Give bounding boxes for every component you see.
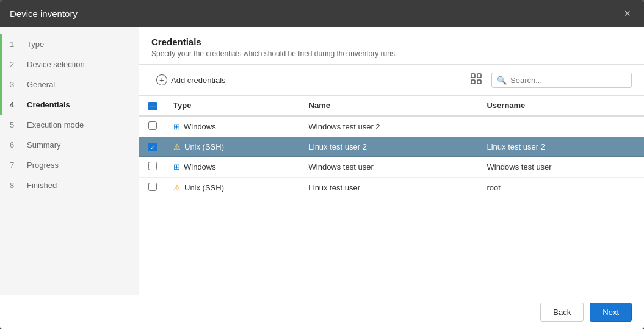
step-number: 6 — [10, 140, 21, 150]
svg-rect-0 — [471, 74, 475, 78]
os-icon: ⊞ Windows — [173, 162, 216, 172]
step-number: 8 — [10, 181, 21, 190]
windows-icon: ⊞ — [173, 122, 180, 131]
os-icon: ⚠ Unix (SSH) — [173, 142, 224, 151]
sidebar-item-label: Device selection — [27, 60, 85, 69]
name-cell: Linux test user — [302, 178, 480, 198]
step-number: 7 — [10, 161, 21, 170]
row-checkbox[interactable]: ✓ — [148, 143, 157, 151]
name-cell: Windows test user 2 — [302, 116, 480, 137]
search-box: 🔍 — [491, 73, 632, 88]
modal-footer: Back Next — [0, 295, 644, 329]
type-cell: ⚠ Unix (SSH) — [166, 178, 302, 198]
device-inventory-modal: Device inventory × 1Type2Device selectio… — [0, 0, 644, 329]
plus-icon: + — [156, 74, 167, 85]
header-type: Type — [166, 96, 302, 116]
step-number: 4 — [10, 100, 21, 109]
modal-title: Device inventory — [10, 9, 78, 19]
toolbar: + Add credentials 🔍 — [139, 65, 644, 96]
row-checkbox[interactable] — [148, 162, 157, 170]
next-button[interactable]: Next — [590, 303, 632, 322]
add-credentials-button[interactable]: + Add credentials — [151, 72, 231, 88]
grid-view-icon[interactable] — [468, 71, 484, 89]
svg-rect-3 — [477, 80, 481, 84]
header-checkbox[interactable]: — — [148, 102, 157, 110]
step-number: 3 — [10, 80, 21, 89]
sidebar-item-type[interactable]: 1Type — [0, 34, 139, 54]
checkbox-cell — [139, 157, 166, 178]
sidebar-item-device-selection[interactable]: 2Device selection — [0, 54, 139, 74]
os-icon: ⊞ Windows — [173, 122, 216, 131]
header-username: Username — [479, 96, 644, 116]
back-button[interactable]: Back — [540, 303, 584, 322]
type-cell: ⊞ Windows — [166, 116, 302, 137]
table-header-row: — Type Name Username — [139, 96, 644, 116]
sidebar-item-label: Execution mode — [27, 120, 84, 129]
username-cell: Windows test user — [479, 157, 644, 178]
sidebar-item-label: Finished — [27, 181, 57, 190]
content-title: Credentials — [151, 37, 632, 47]
unix-icon: ⚠ — [173, 183, 181, 192]
step-number: 2 — [10, 60, 21, 69]
windows-icon: ⊞ — [173, 162, 180, 172]
sidebar-item-progress[interactable]: 7Progress — [0, 155, 139, 175]
content-header: Credentials Specify your the credentials… — [139, 27, 644, 65]
username-cell: Linux test user 2 — [479, 137, 644, 157]
header-checkbox-col: — — [139, 96, 166, 116]
checkbox-cell: ✓ — [139, 137, 166, 157]
sidebar-item-label: General — [27, 80, 55, 89]
search-icon: 🔍 — [497, 76, 507, 85]
modal-header: Device inventory × — [0, 0, 644, 27]
content-area: Credentials Specify your the credentials… — [139, 27, 644, 295]
step-number: 1 — [10, 40, 21, 49]
header-name: Name — [302, 96, 480, 116]
sidebar-item-label: Type — [27, 40, 44, 49]
table-row[interactable]: ✓ ⚠ Unix (SSH) Linux test user 2 Linux t… — [139, 137, 644, 157]
sidebar-item-finished[interactable]: 8Finished — [0, 175, 139, 195]
add-credentials-label: Add credentials — [171, 76, 226, 85]
unix-icon: ⚠ — [173, 142, 181, 151]
os-icon: ⚠ Unix (SSH) — [173, 183, 224, 192]
sidebar-item-label: Progress — [27, 161, 59, 170]
sidebar-item-label: Summary — [27, 140, 61, 150]
step-number: 5 — [10, 120, 21, 129]
svg-rect-1 — [477, 74, 481, 78]
username-cell: root — [479, 178, 644, 198]
sidebar-item-summary[interactable]: 6Summary — [0, 135, 139, 155]
table-body: ⊞ Windows Windows test user 2 ✓ ⚠ Unix (… — [139, 116, 644, 198]
credentials-table: — Type Name Username ⊞ Windows Windows t… — [139, 96, 644, 198]
sidebar-item-label: Credentials — [27, 100, 70, 109]
type-cell: ⊞ Windows — [166, 157, 302, 178]
type-cell: ⚠ Unix (SSH) — [166, 137, 302, 157]
table-row[interactable]: ⊞ Windows Windows test user 2 — [139, 116, 644, 137]
modal-body: 1Type2Device selection3General4Credentia… — [0, 27, 644, 295]
checkbox-cell — [139, 116, 166, 137]
row-checkbox[interactable] — [148, 183, 157, 191]
table-header: — Type Name Username — [139, 96, 644, 116]
username-cell — [479, 116, 644, 137]
credentials-table-container: — Type Name Username ⊞ Windows Windows t… — [139, 96, 644, 295]
svg-rect-2 — [471, 80, 475, 84]
row-checkbox[interactable] — [148, 121, 157, 130]
table-row[interactable]: ⚠ Unix (SSH) Linux test user root — [139, 178, 644, 198]
name-cell: Windows test user — [302, 157, 480, 178]
content-description: Specify your the credentials which shoul… — [151, 49, 632, 58]
sidebar: 1Type2Device selection3General4Credentia… — [0, 27, 139, 295]
table-row[interactable]: ⊞ Windows Windows test user Windows test… — [139, 157, 644, 178]
sidebar-item-credentials[interactable]: 4Credentials — [0, 95, 139, 115]
sidebar-item-general[interactable]: 3General — [0, 74, 139, 95]
name-cell: Linux test user 2 — [302, 137, 480, 157]
search-input[interactable] — [510, 76, 626, 85]
sidebar-item-execution-mode[interactable]: 5Execution mode — [0, 115, 139, 135]
checkbox-cell — [139, 178, 166, 198]
close-button[interactable]: × — [620, 7, 634, 20]
